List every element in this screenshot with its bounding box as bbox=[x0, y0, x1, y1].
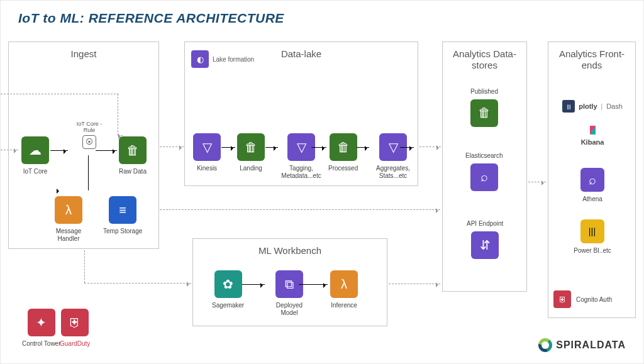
arrow-dashed-top bbox=[1, 94, 119, 94]
arrow-stores-to-frontends bbox=[528, 182, 546, 182]
aggregates-label: Aggregates, Stats...etc bbox=[371, 165, 415, 179]
powerbi-icon: ⫼ bbox=[580, 219, 604, 243]
dash-label: Dash bbox=[606, 102, 623, 110]
lakeformation-badge: ◐ Lake formation bbox=[191, 50, 254, 68]
landing-node: 🗑 Landing bbox=[237, 133, 265, 172]
elasticsearch-node: Elasticsearch ⌕ bbox=[465, 152, 502, 191]
control-tower-node: ✦ Control Tower bbox=[22, 309, 61, 348]
arrow-ingest-to-stores-mid bbox=[160, 209, 440, 210]
mlwb-title: ML Workbench bbox=[193, 239, 387, 256]
datastores-panel: Analytics Data-stores Published 🗑 Elasti… bbox=[442, 41, 527, 292]
lambda-icon: λ bbox=[55, 196, 82, 224]
arrow-rule-rawdata bbox=[96, 150, 117, 151]
iot-rule-icon: ⦿ bbox=[82, 135, 96, 149]
athena-icon: ⌕ bbox=[580, 168, 604, 192]
cognito-label: Cognito Auth bbox=[576, 296, 612, 303]
kibana-icon bbox=[590, 126, 596, 135]
arrow-ingest-to-datalake bbox=[160, 146, 184, 147]
iot-rule-label: IoT Core - Rule bbox=[70, 121, 108, 133]
kibana-label: Kibana bbox=[581, 138, 604, 146]
plotly-label: plotly bbox=[579, 102, 597, 110]
kinesis-label: Kinesis bbox=[197, 165, 217, 172]
arrow-dashed-down bbox=[118, 94, 118, 135]
guardduty-node: ⛨ GuardDuty bbox=[60, 309, 90, 348]
arrow-ml-1 bbox=[242, 284, 265, 285]
elasticsearch-label: Elasticsearch bbox=[465, 152, 502, 160]
plotly-dash-item: ⫼ plotly | Dash bbox=[557, 100, 628, 113]
path-ingest-ml-v bbox=[84, 250, 85, 283]
frontends-panel: Analytics Front-ends ⫼ plotly | Dash Kib… bbox=[548, 41, 636, 318]
bucket-icon: 🗑 bbox=[119, 136, 147, 164]
athena-label: Athena bbox=[582, 196, 602, 202]
iot-rule-node: IoT Core - Rule ⦿ bbox=[70, 121, 108, 149]
cognito-item: ⛨ Cognito Auth bbox=[553, 290, 624, 308]
inference-label: Inference bbox=[331, 302, 357, 309]
arrow-iotcore-rule bbox=[50, 150, 68, 151]
lambda-icon: λ bbox=[330, 270, 358, 298]
page-title: IoT to ML: REFERENCE ARCHITECTURE bbox=[18, 11, 284, 26]
tagging-label: Tagging, Metadata...etc bbox=[279, 165, 323, 179]
path-ingest-ml-h bbox=[84, 283, 191, 284]
arrow-ml-to-stores bbox=[389, 284, 440, 284]
arrow-dl-1 bbox=[221, 147, 235, 148]
message-handler-label: Message Handler bbox=[47, 228, 91, 242]
api-icon: ⇵ bbox=[471, 231, 499, 259]
brand-label: SPIRALDATA bbox=[556, 339, 626, 351]
powerbi-item: ⫼ Power BI..etc bbox=[557, 219, 628, 254]
sagemaker-label: Sagemaker bbox=[212, 302, 244, 309]
branding: SPIRALDATA bbox=[538, 338, 626, 352]
athena-item: ⌕ Athena bbox=[557, 168, 628, 202]
processed-label: Processed bbox=[328, 165, 358, 172]
deployed-model-label: Deployed Model bbox=[267, 302, 311, 316]
plotly-icon: ⫼ bbox=[562, 100, 575, 113]
powerbi-label: Power BI..etc bbox=[574, 247, 611, 254]
kibana-item: Kibana bbox=[557, 126, 628, 146]
ingest-panel: Ingest ☁ IoT Core IoT Core - Rule ⦿ 🗑 Ra… bbox=[8, 41, 159, 249]
bucket-icon: 🗑 bbox=[237, 133, 265, 161]
message-handler-node: λ Message Handler bbox=[47, 196, 91, 242]
arrow-datalake-to-stores bbox=[419, 146, 441, 147]
bucket-icon: 🗑 bbox=[470, 99, 498, 127]
kinesis-node: ▽ Kinesis bbox=[193, 133, 221, 172]
guardduty-label: GuardDuty bbox=[60, 340, 90, 348]
ingest-title: Ingest bbox=[9, 42, 158, 59]
lakeformation-icon: ◐ bbox=[191, 50, 209, 68]
published-label: Published bbox=[470, 88, 498, 96]
datastores-title: Analytics Data-stores bbox=[443, 42, 526, 71]
deployed-model-node: ⧉ Deployed Model bbox=[267, 270, 311, 316]
raw-data-node: 🗑 Raw Data bbox=[119, 136, 147, 175]
tagging-node: ▽ Tagging, Metadata...etc bbox=[279, 133, 323, 179]
iot-core-icon: ☁ bbox=[21, 136, 49, 164]
published-node: Published 🗑 bbox=[470, 88, 498, 127]
inference-node: λ Inference bbox=[330, 270, 358, 309]
database-icon: ≡ bbox=[109, 196, 136, 224]
sagemaker-node: ✿ Sagemaker bbox=[212, 270, 244, 309]
landing-label: Landing bbox=[240, 165, 262, 172]
auth-icon: ⛨ bbox=[553, 290, 571, 308]
control-tower-icon: ✦ bbox=[28, 309, 55, 336]
api-endpoint-label: API Endpoint bbox=[467, 220, 503, 228]
temp-storage-label: Temp Storage bbox=[103, 228, 142, 235]
funnel-icon: ▽ bbox=[287, 133, 315, 161]
search-icon: ⌕ bbox=[470, 163, 498, 191]
arrow-dl-4 bbox=[357, 147, 369, 148]
control-tower-label: Control Tower bbox=[22, 340, 61, 348]
funnel-icon: ▽ bbox=[193, 133, 221, 161]
lakeformation-label: Lake formation bbox=[213, 56, 254, 63]
iot-core-node: ☁ IoT Core bbox=[21, 136, 49, 175]
arrow-dl-2 bbox=[265, 147, 278, 148]
iot-core-label: IoT Core bbox=[23, 168, 48, 175]
aggregates-node: ▽ Aggregates, Stats...etc bbox=[371, 133, 415, 179]
frontends-title: Analytics Front-ends bbox=[548, 42, 635, 71]
arrow-rule-down bbox=[88, 155, 89, 190]
mlwb-panel: ML Workbench ✿ Sagemaker ⧉ Deployed Mode… bbox=[192, 238, 387, 326]
bucket-icon: 🗑 bbox=[330, 133, 357, 161]
processed-node: 🗑 Processed bbox=[328, 133, 358, 172]
api-endpoint-node: API Endpoint ⇵ bbox=[467, 220, 503, 259]
raw-data-label: Raw Data bbox=[119, 168, 147, 175]
funnel-icon: ▽ bbox=[379, 133, 407, 161]
model-icon: ⧉ bbox=[275, 270, 303, 298]
brain-icon: ✿ bbox=[214, 270, 242, 298]
temp-storage-node: ≡ Temp Storage bbox=[103, 196, 142, 235]
spiral-logo-icon bbox=[538, 338, 552, 352]
